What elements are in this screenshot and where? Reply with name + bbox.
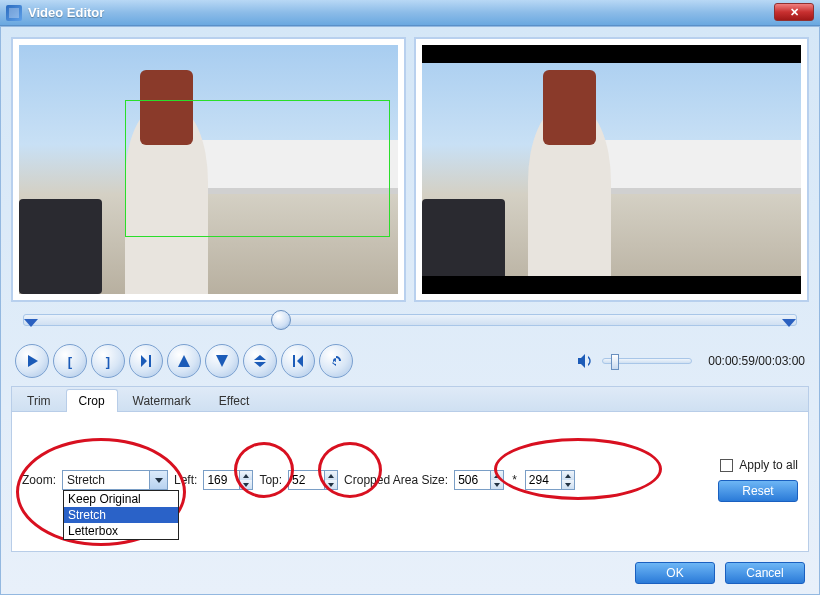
zoom-option-keep-original[interactable]: Keep Original — [64, 491, 178, 507]
flip-left-button[interactable] — [167, 344, 201, 378]
zoom-value: Stretch — [67, 473, 105, 487]
top-spinner[interactable] — [288, 470, 338, 490]
scene-luggage — [19, 199, 102, 294]
crop-panel: Zoom: Stretch Keep Original Stretch Lett… — [11, 412, 809, 552]
dialog-buttons: OK Cancel — [635, 562, 805, 584]
tab-trim[interactable]: Trim — [14, 389, 64, 412]
skip-next-icon — [138, 353, 154, 369]
crop-rectangle[interactable] — [125, 100, 390, 237]
spin-up-icon[interactable] — [491, 471, 503, 480]
volume-thumb[interactable] — [611, 354, 619, 370]
play-icon — [24, 353, 40, 369]
left-spinner[interactable] — [203, 470, 253, 490]
original-preview[interactable] — [19, 45, 398, 294]
scene-luggage — [422, 199, 505, 294]
width-input[interactable] — [454, 470, 490, 490]
top-label: Top: — [259, 473, 282, 487]
app-icon — [6, 5, 22, 21]
tab-effect[interactable]: Effect — [206, 389, 262, 412]
height-input[interactable] — [525, 470, 561, 490]
timeline-track[interactable] — [23, 314, 797, 326]
skip-next-button[interactable] — [129, 344, 163, 378]
scene-bag — [543, 70, 596, 145]
spin-down-icon[interactable] — [240, 480, 252, 489]
flip-vertical-icon — [252, 353, 268, 369]
cancel-label: Cancel — [746, 566, 783, 580]
output-preview — [422, 45, 801, 294]
top-input[interactable] — [288, 470, 324, 490]
spin-up-icon[interactable] — [562, 471, 574, 480]
window-body: [ ] 00:00:59/00:03: — [0, 26, 820, 595]
volume-slider[interactable] — [602, 358, 692, 364]
area-label: Cropped Area Size: — [344, 473, 448, 487]
spin-down-icon[interactable] — [491, 480, 503, 489]
time-display: 00:00:59/00:03:00 — [708, 354, 805, 368]
close-button[interactable]: ✕ — [774, 3, 814, 21]
flip-right-button[interactable] — [205, 344, 239, 378]
undo-button[interactable] — [319, 344, 353, 378]
zoom-option-letterbox[interactable]: Letterbox — [64, 523, 178, 539]
chevron-down-icon[interactable] — [149, 471, 167, 489]
window-title: Video Editor — [28, 5, 104, 20]
play-button[interactable] — [15, 344, 49, 378]
original-preview-box — [11, 37, 406, 302]
zoom-label: Zoom: — [22, 473, 56, 487]
timeline[interactable] — [11, 308, 809, 338]
tab-crop[interactable]: Crop — [66, 389, 118, 412]
left-input[interactable] — [203, 470, 239, 490]
reset-label: Reset — [742, 484, 773, 498]
bracket-end-button[interactable]: ] — [91, 344, 125, 378]
reset-button[interactable]: Reset — [718, 480, 798, 502]
apply-all-checkbox[interactable] — [720, 459, 733, 472]
spin-down-icon[interactable] — [325, 480, 337, 489]
title-bar: Video Editor ✕ — [0, 0, 820, 26]
close-icon: ✕ — [790, 6, 799, 19]
spin-up-icon[interactable] — [240, 471, 252, 480]
bracket-start-button[interactable]: [ — [53, 344, 87, 378]
timeline-thumb[interactable] — [271, 310, 291, 330]
scene-ship — [593, 140, 801, 195]
skip-prev-button[interactable] — [281, 344, 315, 378]
left-label: Left: — [174, 473, 197, 487]
width-spinner[interactable] — [454, 470, 504, 490]
apply-all-label: Apply to all — [739, 458, 798, 472]
dimension-separator: * — [510, 473, 519, 487]
undo-icon — [328, 353, 344, 369]
output-preview-box — [414, 37, 809, 302]
tabs-bar: Trim Crop Watermark Effect — [11, 386, 809, 412]
ok-label: OK — [666, 566, 683, 580]
spin-up-icon[interactable] — [325, 471, 337, 480]
flip-right-icon — [214, 353, 230, 369]
zoom-combobox[interactable]: Stretch Keep Original Stretch Letterbox — [62, 470, 168, 490]
ok-button[interactable]: OK — [635, 562, 715, 584]
zoom-option-stretch[interactable]: Stretch — [64, 507, 178, 523]
tab-watermark[interactable]: Watermark — [120, 389, 204, 412]
flip-left-icon — [176, 353, 192, 369]
range-end-marker[interactable] — [782, 319, 796, 327]
cancel-button[interactable]: Cancel — [725, 562, 805, 584]
flip-vertical-button[interactable] — [243, 344, 277, 378]
height-spinner[interactable] — [525, 470, 575, 490]
playback-controls: [ ] 00:00:59/00:03: — [11, 342, 809, 380]
range-start-marker[interactable] — [24, 319, 38, 327]
skip-prev-icon — [290, 353, 306, 369]
crop-controls-row: Zoom: Stretch Keep Original Stretch Lett… — [22, 458, 798, 502]
volume-icon[interactable] — [576, 352, 594, 370]
zoom-dropdown: Keep Original Stretch Letterbox — [63, 490, 179, 540]
volume-area: 00:00:59/00:03:00 — [576, 352, 805, 370]
bracket-end-icon: ] — [106, 354, 110, 369]
preview-row — [11, 37, 809, 302]
bracket-start-icon: [ — [68, 354, 72, 369]
spin-down-icon[interactable] — [562, 480, 574, 489]
